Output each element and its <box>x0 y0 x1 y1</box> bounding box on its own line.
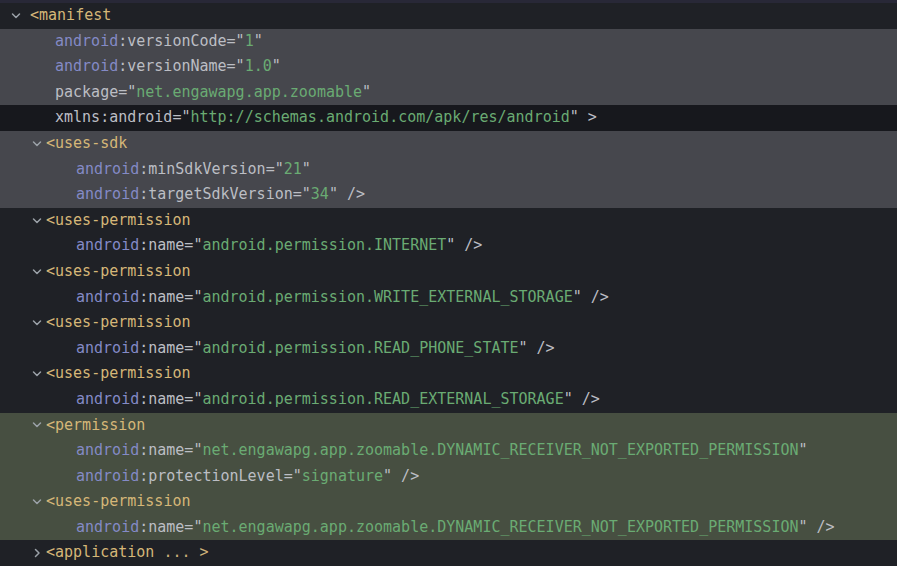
code-text: android:name="android.permission.INTERNE… <box>76 236 482 254</box>
token-attr: :name=" <box>139 390 202 408</box>
code-line[interactable]: android:targetSdkVersion="34" /> <box>0 182 897 208</box>
token-val: android.permission.READ_PHONE_STATE <box>202 339 518 357</box>
token-tag: <application <box>46 543 154 561</box>
code-text: <uses-permission <box>46 262 191 280</box>
token-val: android.permission.WRITE_EXTERNAL_STORAG… <box>202 288 572 306</box>
token-attr: " /> <box>564 390 600 408</box>
code-line[interactable]: package="net.engawapg.app.zoomable" <box>0 80 897 106</box>
code-text: <uses-permission <box>46 211 191 229</box>
token-tag: <uses-sdk <box>46 134 127 152</box>
token-val: android.permission.INTERNET <box>202 236 446 254</box>
token-val: signature <box>302 467 383 485</box>
code-line[interactable]: <uses-permission <box>0 208 897 234</box>
fold-chevron-down-icon[interactable] <box>9 9 23 23</box>
code-line[interactable]: android:name="android.permission.WRITE_E… <box>0 285 897 311</box>
token-val: 1 <box>245 32 254 50</box>
token-ns: android <box>55 57 118 75</box>
token-attr: :name=" <box>139 288 202 306</box>
token-attr: " <box>362 83 371 101</box>
code-line[interactable]: <permission <box>0 413 897 439</box>
code-text: <uses-sdk <box>46 134 127 152</box>
code-text: xmlns:android="http://schemas.android.co… <box>55 108 597 126</box>
fold-chevron-down-icon[interactable] <box>30 495 44 509</box>
token-val: http://schemas.android.com/apk/res/andro… <box>190 108 569 126</box>
token-tag: <uses-permission <box>46 211 191 229</box>
code-line[interactable]: <manifest <box>0 3 897 29</box>
fold-chevron-down-icon[interactable] <box>30 137 44 151</box>
token-ns: android <box>55 32 118 50</box>
token-ns: android <box>76 518 139 536</box>
token-attr: :versionName=" <box>118 57 244 75</box>
token-tag: <uses-permission <box>46 364 191 382</box>
code-line[interactable]: <uses-permission <box>0 310 897 336</box>
code-text: <manifest <box>30 6 111 24</box>
code-text: android:name="android.permission.READ_EX… <box>76 390 600 408</box>
code-text: android:targetSdkVersion="34" /> <box>76 185 365 203</box>
code-line[interactable]: android:name="android.permission.READ_EX… <box>0 387 897 413</box>
token-attr: " > <box>570 108 597 126</box>
token-ns: android <box>76 236 139 254</box>
token-attr: " <box>254 32 263 50</box>
token-val: net.engawapg.app.zoomable.DYNAMIC_RECEIV… <box>202 518 798 536</box>
token-attr: :name=" <box>139 441 202 459</box>
token-ns: android <box>76 185 139 203</box>
code-text: <uses-permission <box>46 364 191 382</box>
code-text: android:minSdkVersion="21" <box>76 160 311 178</box>
code-line[interactable]: android:versionName="1.0" <box>0 54 897 80</box>
code-line[interactable]: <uses-sdk <box>0 131 897 157</box>
token-ns: android <box>76 467 139 485</box>
code-line[interactable]: android:versionCode="1" <box>0 29 897 55</box>
code-text: android:name="android.permission.READ_PH… <box>76 339 555 357</box>
code-line[interactable]: <application ... > <box>0 540 897 566</box>
code-line[interactable]: android:name="net.engawapg.app.zoomable.… <box>0 438 897 464</box>
token-tag: <uses-permission <box>46 262 191 280</box>
token-val: net.engawapg.app.zoomable.DYNAMIC_RECEIV… <box>202 441 798 459</box>
code-text: android:name="net.engawapg.app.zoomable.… <box>76 518 835 536</box>
fold-chevron-down-icon[interactable] <box>30 214 44 228</box>
token-ns: android <box>76 160 139 178</box>
token-attr: " /> <box>383 467 419 485</box>
code-line[interactable]: <uses-permission <box>0 259 897 285</box>
code-line[interactable]: <uses-permission <box>0 489 897 515</box>
code-text: android:protectionLevel="signature" /> <box>76 467 419 485</box>
code-text: android:name="android.permission.WRITE_E… <box>76 288 609 306</box>
code-line[interactable]: android:protectionLevel="signature" /> <box>0 464 897 490</box>
code-line[interactable]: android:name="net.engawapg.app.zoomable.… <box>0 515 897 541</box>
token-tag: <permission <box>46 416 145 434</box>
code-text: package="net.engawapg.app.zoomable" <box>55 83 371 101</box>
code-line[interactable]: android:name="android.permission.INTERNE… <box>0 233 897 259</box>
token-ns: android <box>76 288 139 306</box>
token-attr: :name=" <box>139 236 202 254</box>
token-ns: android <box>76 339 139 357</box>
token-attr: xmlns:android=" <box>55 108 190 126</box>
code-text: android:name="net.engawapg.app.zoomable.… <box>76 441 808 459</box>
code-text: android:versionName="1.0" <box>55 57 281 75</box>
token-attr: " /> <box>446 236 482 254</box>
code-line[interactable]: android:name="android.permission.READ_PH… <box>0 336 897 362</box>
code-text: <permission <box>46 416 145 434</box>
token-attr: " <box>272 57 281 75</box>
token-val: 34 <box>311 185 329 203</box>
code-text: <application ... > <box>46 543 209 561</box>
manifest-editor[interactable]: <manifestandroid:versionCode="1"android:… <box>0 3 897 566</box>
fold-chevron-right-icon[interactable] <box>30 546 44 560</box>
fold-chevron-down-icon[interactable] <box>30 265 44 279</box>
token-attr: " /> <box>573 288 609 306</box>
token-attr: " <box>302 160 311 178</box>
code-line[interactable]: xmlns:android="http://schemas.android.co… <box>0 105 897 131</box>
fold-chevron-down-icon[interactable] <box>30 418 44 432</box>
token-attr: " <box>798 441 807 459</box>
token-attr: :name=" <box>139 518 202 536</box>
token-val: 21 <box>284 160 302 178</box>
token-attr: " /> <box>329 185 365 203</box>
token-tag: <manifest <box>30 6 111 24</box>
token-attr: package=" <box>55 83 136 101</box>
fold-chevron-down-icon[interactable] <box>30 367 44 381</box>
fold-chevron-down-icon[interactable] <box>30 316 44 330</box>
token-attr: " /> <box>519 339 555 357</box>
token-attr: :name=" <box>139 339 202 357</box>
code-line[interactable]: <uses-permission <box>0 361 897 387</box>
code-line[interactable]: android:minSdkVersion="21" <box>0 157 897 183</box>
token-attr: :targetSdkVersion=" <box>139 185 311 203</box>
token-attr: :protectionLevel=" <box>139 467 302 485</box>
